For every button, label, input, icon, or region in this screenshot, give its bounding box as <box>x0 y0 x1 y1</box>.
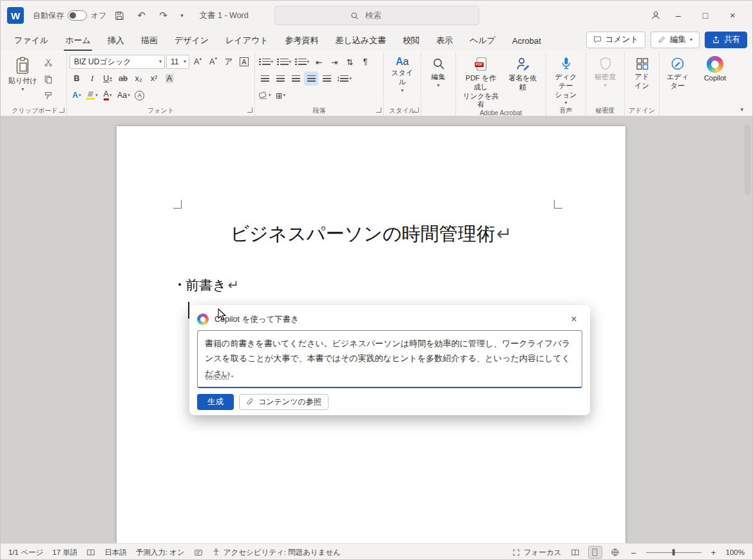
borders-button[interactable]: ⊞▾ <box>274 88 288 102</box>
change-case-button[interactable]: Aa▾ <box>116 88 131 102</box>
subscript-button[interactable]: x₂ <box>131 71 146 86</box>
create-pdf-share-link-button[interactable]: PDF PDF を作成し リンクを共有 <box>460 53 502 109</box>
zoom-level[interactable]: 100% <box>726 548 745 556</box>
generate-button[interactable]: 生成 <box>197 394 234 410</box>
undo-button[interactable]: ↶ <box>133 6 151 24</box>
increase-indent-button[interactable]: ⇥ <box>327 55 341 69</box>
distribute-button[interactable] <box>319 71 334 86</box>
maximize-button[interactable]: □ <box>692 5 719 26</box>
web-layout-button[interactable] <box>609 546 622 558</box>
font-dialog-launcher[interactable] <box>247 107 253 113</box>
autosave-toggle[interactable] <box>68 10 87 21</box>
zoom-out-button[interactable]: – <box>629 548 639 557</box>
copy-button[interactable] <box>41 72 55 86</box>
request-signature-button[interactable]: 署名を依頼 <box>504 53 542 92</box>
character-shading-button[interactable]: A <box>162 71 176 86</box>
paste-button[interactable]: 貼り付け ▾ <box>6 53 40 92</box>
zoom-thumb[interactable] <box>672 549 675 555</box>
tab-references[interactable]: 参考資料 <box>277 30 327 51</box>
styles-button[interactable]: Aa スタイル ▾ <box>386 53 418 93</box>
tab-design[interactable]: デザイン <box>166 30 217 51</box>
document-heading-1[interactable]: ビジネスパーソンの時間管理術↵ <box>117 221 625 247</box>
word-count[interactable]: 17 単語 <box>52 548 77 557</box>
minimize-button[interactable]: – <box>665 5 692 26</box>
proofing-status[interactable] <box>86 548 95 557</box>
tab-layout[interactable]: レイアウト <box>217 30 277 51</box>
superscript-button[interactable]: x² <box>147 71 161 86</box>
editor-button[interactable]: エディ ター <box>663 53 692 91</box>
decrease-indent-button[interactable]: ⇤ <box>312 55 326 69</box>
cut-button[interactable] <box>41 55 55 70</box>
page-indicator[interactable]: 1/1 ページ <box>8 548 43 557</box>
search-box[interactable] <box>274 6 479 25</box>
paragraph-dialog-launcher[interactable] <box>376 107 381 113</box>
zoom-in-button[interactable]: + <box>709 548 719 557</box>
tab-acrobat[interactable]: Acrobat <box>504 30 549 51</box>
copilot-dialog-close-button[interactable]: × <box>566 312 582 327</box>
quick-access-more-button[interactable]: ▾ <box>176 6 188 24</box>
share-button[interactable]: 共有 <box>705 32 747 48</box>
shading-button[interactable]: ▾ <box>258 88 272 102</box>
tab-draw[interactable]: 描画 <box>133 30 166 51</box>
strikethrough-button[interactable]: ab <box>116 71 130 86</box>
show-formatting-marks-button[interactable]: ¶ <box>358 55 372 69</box>
bullets-button[interactable]: ▾ <box>258 55 274 69</box>
numbering-button[interactable]: ▾ <box>276 55 292 69</box>
document-heading-2[interactable]: 前書き↵ <box>186 276 239 294</box>
bold-button[interactable]: B <box>70 71 84 86</box>
enclose-characters-button[interactable]: A <box>133 88 147 102</box>
underline-button[interactable]: U▾ <box>100 71 115 86</box>
save-button[interactable] <box>111 6 129 24</box>
tab-home[interactable]: ホーム <box>57 30 99 51</box>
sort-button[interactable]: ⇅ <box>343 55 357 69</box>
align-right-button[interactable] <box>289 71 303 86</box>
multilevel-list-button[interactable]: ▾ <box>294 55 310 69</box>
justify-button[interactable] <box>304 71 318 86</box>
tab-help[interactable]: ヘルプ <box>461 30 504 51</box>
grow-font-button[interactable]: A▴ <box>191 55 205 69</box>
character-border-button[interactable]: A <box>237 55 251 69</box>
shrink-font-button[interactable]: A▾ <box>206 55 220 69</box>
print-layout-button[interactable] <box>589 546 602 558</box>
tab-review[interactable]: 校閲 <box>394 30 428 51</box>
tab-mailings[interactable]: 差し込み文書 <box>327 30 395 51</box>
highlight-button[interactable]: ▾ <box>85 88 99 102</box>
read-mode-button[interactable] <box>569 546 582 558</box>
ime-pad-button[interactable] <box>194 548 203 557</box>
scrollbar-thumb[interactable] <box>745 124 750 195</box>
styles-dialog-launcher[interactable] <box>414 107 419 113</box>
phonetic-guide-button[interactable]: ア <box>222 55 236 69</box>
clipboard-dialog-launcher[interactable] <box>59 107 64 113</box>
dictation-button[interactable]: ディクテー ション ▾ <box>549 53 583 106</box>
sensitivity-button[interactable]: 秘密度 ▾ <box>591 53 620 88</box>
copilot-button[interactable]: Copilot <box>700 53 730 83</box>
accessibility-status[interactable]: アクセシビリティ: 問題ありません <box>212 548 341 557</box>
word-logo-icon[interactable]: W <box>7 7 24 24</box>
tab-insert[interactable]: 挿入 <box>99 30 133 51</box>
close-button[interactable]: × <box>719 5 746 26</box>
account-button[interactable] <box>647 6 665 24</box>
prediction-indicator[interactable]: 予測入力: オン <box>136 548 185 557</box>
align-left-button[interactable] <box>258 71 272 86</box>
editing-mode-button[interactable]: 編集 ▾ <box>651 32 700 48</box>
language-indicator[interactable]: 日本語 <box>104 548 127 557</box>
addins-button[interactable]: アド イン <box>627 53 657 91</box>
vertical-scrollbar[interactable] <box>744 122 751 537</box>
format-painter-button[interactable] <box>41 89 55 103</box>
copilot-prompt-input[interactable]: 書籍の前書きを書いてください。ビジネスパーソンは時間を効率的に管理し、ワークライ… <box>197 330 582 388</box>
italic-button[interactable]: I <box>85 71 99 86</box>
reference-content-button[interactable]: コンテンツの参照 <box>239 394 329 410</box>
tab-view[interactable]: 表示 <box>428 30 461 51</box>
tab-file[interactable]: ファイル <box>6 30 57 51</box>
line-spacing-button[interactable]: ↕▾ <box>335 71 353 86</box>
zoom-slider[interactable] <box>646 548 701 556</box>
focus-button[interactable]: フォーカス <box>512 548 562 557</box>
font-color-button[interactable]: A▾ <box>100 88 115 102</box>
align-center-button[interactable] <box>273 71 287 86</box>
redo-button[interactable]: ↷ <box>155 6 173 24</box>
search-input[interactable] <box>364 10 403 21</box>
text-effects-button[interactable]: A▾ <box>70 88 84 102</box>
collapse-ribbon-button[interactable]: ▾ <box>736 106 747 113</box>
comments-button[interactable]: コメント <box>586 32 645 48</box>
editing-button[interactable]: 編集 ▾ <box>424 53 453 88</box>
